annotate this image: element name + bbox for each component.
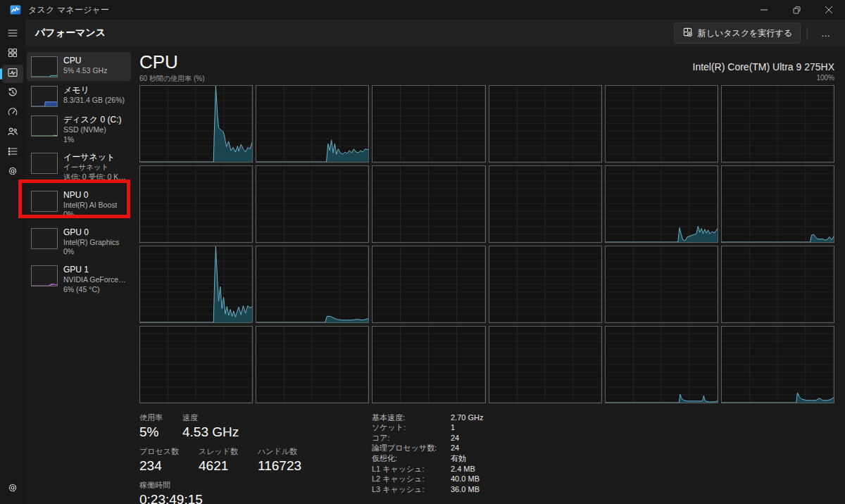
spec-base-speed: 基本速度:2.70 GHz — [372, 414, 483, 422]
hamburger-icon — [7, 27, 18, 42]
core-graph — [721, 246, 834, 323]
graph-caption: 60 秒間の使用率 (%) — [139, 74, 204, 84]
sidebar-item-gpu1[interactable]: GPU 1 NVIDIA GeForce RTX ... 6% (45 °C) — [27, 261, 131, 298]
nav-startup-apps[interactable] — [2, 104, 23, 122]
nav-details[interactable] — [2, 144, 23, 162]
services-gear-icon — [7, 165, 18, 179]
gpu1-thumbnail-graph — [31, 265, 58, 286]
cpu-spec-list: 基本速度:2.70 GHz ソケット:1 コア:24 論理プロセッサ数:24 仮… — [372, 412, 483, 504]
core-graph — [721, 165, 834, 243]
core-graph — [605, 85, 718, 163]
stat-uptime: 稼働時間 0:23:49:15 — [139, 480, 203, 504]
new-task-icon — [682, 27, 693, 39]
settings-gear-icon — [7, 482, 18, 496]
cpu-stats: 使用率 5% 速度 4.53 GHz プロセス数 — [139, 412, 834, 504]
spec-logical-processors: 論理プロセッサ数:24 — [372, 444, 483, 452]
core-graph — [256, 246, 369, 323]
core-graph — [721, 85, 834, 163]
cpu-chip-name: Intel(R) Core(TM) Ultra 9 275HX — [693, 61, 835, 73]
stat-handles: ハンドル数 116723 — [258, 446, 301, 474]
spec-l2-cache: L2 キャッシュ:40.0 MB — [372, 475, 483, 483]
core-graph — [605, 165, 718, 243]
spec-virtualization: 仮想化:有効 — [372, 455, 483, 462]
page-header: パフォーマンス 新しいタスクを実行する … — [25, 20, 845, 46]
cpu-detail-pane: CPU Intel(R) Core(TM) Ultra 9 275HX 60 秒… — [132, 46, 845, 504]
titlebar: タスク マネージャー — [0, 0, 845, 20]
restore-button[interactable] — [780, 0, 813, 20]
run-new-task-button[interactable]: 新しいタスクを実行する — [674, 23, 801, 44]
menu-button[interactable] — [2, 25, 23, 44]
spec-cores: コア:24 — [372, 434, 483, 442]
nav-services[interactable] — [2, 163, 23, 182]
sidebar-item-memory[interactable]: メモリ 8.3/31.4 GB (26%) — [27, 82, 131, 111]
cpu-title: CPU — [139, 52, 178, 73]
performance-icon — [7, 67, 18, 81]
core-graph — [139, 85, 253, 163]
core-graph — [372, 326, 485, 403]
gauge-icon — [7, 106, 18, 120]
sidebar-item-ethernet[interactable]: イーサネット イーサネット 送信: 0 受信: 0 Kbps — [27, 149, 131, 185]
ellipsis-icon: … — [821, 28, 831, 39]
core-graph — [489, 165, 602, 243]
spec-l1-cache: L1 キャッシュ:2.4 MB — [372, 465, 483, 473]
settings-button[interactable] — [2, 480, 23, 498]
spec-sockets: ソケット:1 — [372, 424, 483, 431]
window-title: タスク マネージャー — [28, 4, 109, 16]
core-graph — [372, 246, 485, 323]
core-graph — [139, 165, 253, 243]
nav-app-history[interactable] — [2, 84, 23, 103]
stat-threads: スレッド数 4621 — [199, 446, 238, 474]
core-graph — [489, 326, 602, 403]
window-controls — [748, 0, 845, 20]
page-title: パフォーマンス — [35, 27, 106, 39]
task-manager-window: タスク マネージャー — [0, 0, 845, 504]
core-graph — [372, 85, 485, 163]
header-separator — [807, 27, 808, 39]
core-graph — [372, 165, 485, 243]
navigation-rail — [0, 20, 25, 504]
ethernet-thumbnail-graph — [31, 153, 58, 174]
core-graph — [605, 246, 718, 323]
core-graph — [256, 85, 369, 163]
task-manager-app-icon — [10, 4, 21, 15]
history-icon — [7, 87, 18, 101]
core-graph — [256, 165, 369, 243]
core-graph — [256, 326, 369, 403]
per-core-usage-grid — [139, 85, 834, 403]
stat-usage: 使用率 5% — [139, 412, 163, 440]
nav-users[interactable] — [2, 124, 23, 142]
core-graph — [489, 85, 602, 163]
nav-performance[interactable] — [2, 65, 23, 83]
sidebar-item-disk0[interactable]: ディスク 0 (C:) SSD (NVMe) 1% — [27, 111, 131, 148]
nav-processes[interactable] — [2, 45, 23, 63]
core-graph — [139, 326, 253, 403]
spec-l3-cache: L3 キャッシュ:36.0 MB — [372, 486, 483, 493]
performance-sidebar: CPU 5% 4.53 GHz メモリ 8.3/31.4 GB (26%) — [25, 46, 132, 504]
memory-thumbnail-graph — [31, 86, 58, 107]
npu-thumbnail-graph — [31, 191, 58, 212]
stat-speed: 速度 4.53 GHz — [182, 412, 239, 440]
minimize-button[interactable] — [748, 0, 780, 20]
run-new-task-label: 新しいタスクを実行する — [698, 27, 792, 39]
core-graph — [721, 326, 834, 403]
core-graph — [489, 246, 602, 323]
details-list-icon — [7, 146, 18, 160]
graph-max-label: 100% — [816, 74, 834, 84]
sidebar-item-npu0[interactable]: NPU 0 Intel(R) AI Boost 0% — [27, 187, 131, 223]
sidebar-item-gpu0[interactable]: GPU 0 Intel(R) Graphics 0% — [27, 224, 131, 260]
users-icon — [7, 126, 18, 140]
core-graph — [605, 326, 718, 403]
processes-icon — [7, 47, 18, 61]
more-options-button[interactable]: … — [814, 25, 838, 42]
cpu-thumbnail-graph — [31, 56, 58, 77]
gpu0-thumbnail-graph — [31, 228, 58, 249]
sidebar-item-cpu[interactable]: CPU 5% 4.53 GHz — [27, 52, 131, 81]
stat-processes: プロセス数 234 — [139, 446, 179, 474]
core-graph — [139, 246, 253, 323]
disk-thumbnail-graph — [31, 115, 58, 137]
close-button[interactable] — [813, 0, 845, 20]
